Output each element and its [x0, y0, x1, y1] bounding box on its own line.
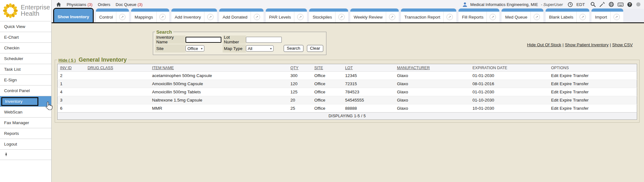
top-nav-count: (3) — [138, 2, 143, 7]
open-new-icon[interactable]: ↗ — [119, 14, 125, 20]
column-header-drug-class[interactable]: DRUG CLASS — [85, 64, 150, 72]
column-header-site[interactable]: SITE — [312, 64, 343, 72]
option-edit-link[interactable]: Edit — [551, 81, 558, 86]
option-transfer-link[interactable]: Transfer — [573, 106, 589, 111]
open-new-icon[interactable]: ↗ — [580, 14, 586, 20]
clear-button[interactable]: Clear — [307, 45, 323, 52]
tab-stockpiles[interactable]: Stockpiles↗ — [309, 8, 348, 22]
sidebar-item-task-list[interactable]: Task List — [0, 64, 51, 74]
option-transfer-link[interactable]: Transfer — [573, 98, 589, 102]
tab-transaction-report[interactable]: Transaction Report↗ — [401, 8, 456, 22]
option-expire-link[interactable]: Expire — [560, 81, 572, 86]
sidebar-item-logout[interactable]: Logout — [0, 139, 51, 149]
sidebar-item-quick-view[interactable]: Quick View — [0, 21, 51, 32]
option-edit-link[interactable]: Edit — [551, 98, 558, 102]
sidebar-pin-item[interactable] — [0, 149, 51, 160]
sidebar-item-e-sign[interactable]: E-Sign — [0, 74, 51, 85]
option-edit-link[interactable]: Edit — [551, 90, 558, 94]
link-show-patient-inventory[interactable]: Show Patient Inventory — [565, 42, 608, 47]
option-transfer-link[interactable]: Transfer — [573, 73, 589, 78]
help-icon[interactable]: ? — [627, 2, 632, 7]
tab-label: Control — [99, 15, 113, 19]
open-new-icon[interactable]: ↗ — [338, 14, 345, 20]
tab-cap — [502, 8, 543, 12]
column-header-lot[interactable]: LOT — [343, 64, 395, 72]
open-new-icon[interactable]: ↗ — [254, 14, 260, 20]
cell-inv-id: 2 — [58, 72, 85, 80]
option-expire-link[interactable]: Expire — [560, 73, 572, 78]
sidebar-item-fax-manager[interactable]: Fax Manager — [0, 117, 51, 128]
tab-blank-labels[interactable]: Blank Labels↗ — [546, 8, 589, 22]
open-new-icon[interactable]: ↗ — [447, 14, 453, 20]
tab-add-inventory[interactable]: Add Inventory↗ — [171, 8, 217, 22]
option-expire-link[interactable]: Expire — [560, 106, 572, 111]
sidebar-item-checkin[interactable]: Checkin — [0, 42, 51, 53]
tab-add-donated[interactable]: Add Donated↗ — [219, 8, 264, 22]
tab-label: Blank Labels — [549, 15, 573, 19]
tab-control[interactable]: Control↗ — [96, 8, 129, 22]
tab-body: Fill Reports↗ — [458, 12, 499, 22]
option-expire-link[interactable]: Expire — [560, 90, 572, 94]
quick-links: Hide Out Of Stock|Show Patient Inventory… — [527, 42, 633, 47]
tab-show-inventory[interactable]: Show Inventory — [53, 8, 94, 23]
link-hide-out-of-stock[interactable]: Hide Out Of Stock — [527, 42, 561, 47]
option-edit-link[interactable]: Edit — [551, 73, 558, 78]
globe-icon[interactable] — [608, 2, 614, 7]
column-header-manufacturer[interactable]: MANUFACTURER — [395, 64, 470, 72]
tab-cap — [131, 8, 169, 12]
sidebar-item-reports[interactable]: Reports — [0, 128, 51, 139]
home-icon[interactable] — [56, 2, 61, 7]
cell-item-name: acetaminophen 500mg Capsule — [150, 72, 288, 80]
column-header-qty[interactable]: QTY — [288, 64, 312, 72]
sidebar-item-e-chart[interactable]: E-Chart — [0, 32, 51, 42]
open-new-icon[interactable]: ↗ — [159, 14, 166, 20]
sidebar-item-webscan[interactable]: WebScan — [0, 107, 51, 117]
option-edit-link[interactable]: Edit — [551, 106, 558, 111]
top-nav-physicians[interactable]: Physicians(3) — [67, 2, 92, 7]
sidebar-item-control-panel[interactable]: Control Panel — [0, 85, 51, 96]
open-new-icon[interactable]: ↗ — [207, 14, 214, 20]
column-header-item-name[interactable]: ITEM NAME — [150, 64, 288, 72]
top-nav-doc-queue[interactable]: Doc Queue(3) — [116, 2, 143, 7]
tab-weekly-review[interactable]: Weekly Review↗ — [350, 8, 399, 22]
keyboard-icon[interactable] — [618, 3, 624, 7]
tab-body: Mappings↗ — [131, 12, 169, 22]
tab-cap — [350, 8, 399, 12]
timezone-label[interactable]: EDT — [576, 2, 585, 7]
site-select[interactable]: Office▾ — [186, 45, 204, 52]
hide-count-link[interactable]: Hide ( 5 ) — [58, 58, 76, 63]
map-type-select[interactable]: All▾ — [246, 45, 274, 52]
tab-par-levels[interactable]: PAR Levels↗ — [266, 8, 307, 22]
sidebar-item-label: Inventory — [1, 97, 38, 106]
top-nav-orders[interactable]: Orders — [98, 2, 110, 7]
clock-icon[interactable] — [568, 2, 573, 7]
inventory-name-input[interactable] — [186, 37, 221, 43]
link-show-csv[interactable]: Show CSV — [612, 42, 633, 47]
lot-number-input[interactable] — [246, 37, 282, 43]
wand-icon[interactable] — [599, 2, 605, 7]
column-header-inv-id[interactable]: INV ID — [58, 64, 85, 72]
tab-body: Stockpiles↗ — [309, 12, 348, 22]
sidebar-item-scheduler[interactable]: Scheduler — [0, 53, 51, 64]
tab-med-queue[interactable]: Med Queue↗ — [502, 8, 543, 22]
search-icon[interactable] — [590, 2, 596, 7]
search-button[interactable]: Search — [284, 45, 303, 52]
option-transfer-link[interactable]: Transfer — [573, 81, 589, 86]
open-new-icon[interactable]: ↗ — [389, 14, 395, 20]
open-new-icon[interactable]: ↗ — [534, 14, 540, 20]
open-new-icon[interactable]: ↗ — [297, 14, 303, 20]
tab-fill-reports[interactable]: Fill Reports↗ — [458, 8, 499, 22]
open-new-icon[interactable]: ↗ — [490, 14, 496, 20]
inventory-table: INV IDDRUG CLASSITEM NAMEQTYSITELOTMANUF… — [57, 64, 637, 120]
tab-body: Med Queue↗ — [502, 12, 543, 22]
option-expire-link[interactable]: Expire — [560, 98, 572, 102]
open-new-icon[interactable]: ↗ — [613, 14, 620, 20]
sidebar-item-inventory[interactable]: Inventory — [0, 96, 51, 107]
tab-import[interactable]: Import↗ — [591, 8, 623, 22]
general-inventory-title: General Inventory — [79, 57, 127, 63]
tab-label: Add Inventory — [175, 15, 201, 19]
cell-site: Office — [312, 104, 343, 113]
tab-mappings[interactable]: Mappings↗ — [131, 8, 169, 22]
option-transfer-link[interactable]: Transfer — [573, 90, 589, 94]
user-name[interactable]: Medical Informatics Engineering, MIE — [470, 2, 538, 7]
